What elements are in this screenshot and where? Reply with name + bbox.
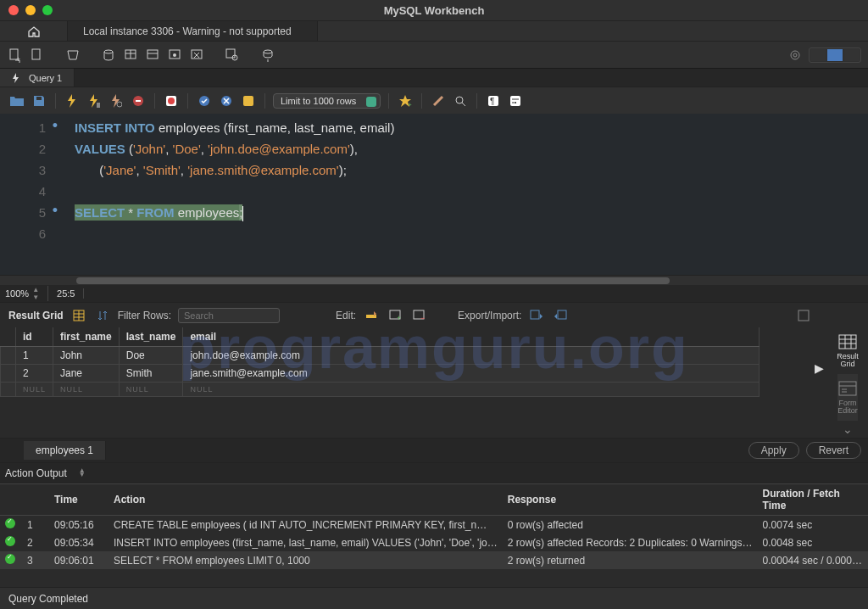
import-icon[interactable] — [552, 307, 569, 324]
rollback-icon[interactable] — [218, 92, 235, 109]
svg-point-13 — [793, 53, 797, 57]
svg-text:¶: ¶ — [490, 97, 494, 106]
svg-rect-39 — [839, 382, 856, 395]
action-row[interactable]: 209:05:34INSERT INTO employees (first_na… — [0, 534, 868, 551]
favorite-icon[interactable]: + — [397, 92, 414, 109]
limit-rows-select[interactable]: Limit to 1000 rows — [273, 93, 381, 109]
wrap-cell-icon[interactable] — [795, 307, 812, 324]
find-icon[interactable] — [452, 92, 469, 109]
table-row[interactable]: 2JaneSmithjane.smith@example.com — [1, 365, 760, 383]
create-schema-icon[interactable] — [100, 47, 117, 64]
toggle-invisible-icon[interactable]: ¶ — [485, 92, 502, 109]
cursor-position: 25:5 — [57, 288, 75, 299]
connection-tab-label: Local instance 3306 - Warning - not supp… — [83, 25, 292, 37]
line-number: 6 — [0, 223, 46, 244]
main-toolbar: + — [0, 41, 868, 68]
svg-rect-36 — [558, 310, 566, 319]
svg-rect-2 — [32, 49, 40, 59]
status-bar: Query Completed — [0, 587, 868, 609]
commit-icon[interactable] — [196, 92, 213, 109]
table-row[interactable]: 1JohnDoejohn.doe@example.com — [1, 347, 760, 365]
svg-point-11 — [264, 50, 272, 53]
svg-rect-5 — [147, 50, 158, 59]
svg-point-16 — [117, 102, 122, 107]
apply-button[interactable]: Apply — [748, 442, 799, 459]
settings-icon[interactable] — [787, 47, 804, 64]
svg-rect-9 — [226, 49, 235, 58]
edit-label: Edit: — [336, 310, 356, 321]
beautify-icon[interactable] — [430, 92, 447, 109]
maximize-window-icon[interactable] — [42, 5, 53, 15]
action-output-label: Action Output — [5, 467, 67, 479]
svg-rect-8 — [192, 50, 202, 59]
toggle-output-icon[interactable] — [827, 49, 843, 61]
result-grid-view-button[interactable]: Result Grid — [837, 327, 859, 374]
code-area[interactable]: INSERT INTO employees (first_name, last_… — [56, 114, 394, 275]
line-number: 4 — [0, 181, 46, 202]
sort-icon[interactable] — [94, 307, 111, 324]
svg-point-7 — [173, 53, 176, 57]
delete-row-icon[interactable]: − — [410, 307, 427, 324]
column-header[interactable]: Time — [49, 484, 108, 516]
form-editor-view-button[interactable]: Form Editor — [837, 374, 858, 421]
explain-icon[interactable] — [108, 92, 125, 109]
create-table-icon[interactable] — [122, 47, 139, 64]
execute-current-icon[interactable] — [86, 92, 103, 109]
open-file-icon[interactable] — [8, 92, 25, 109]
home-tab[interactable] — [0, 21, 68, 41]
result-tab[interactable]: employees 1 — [24, 441, 106, 460]
column-header[interactable]: Action — [108, 484, 503, 516]
column-header — [22, 484, 49, 516]
panel-toggles — [809, 47, 861, 63]
svg-rect-37 — [798, 310, 809, 321]
filter-rows-input[interactable] — [178, 308, 280, 323]
column-header[interactable]: Response — [503, 484, 758, 516]
column-header[interactable]: last_name — [119, 327, 183, 347]
reconnect-icon[interactable] — [259, 47, 276, 64]
result-grid[interactable]: id first_name last_name email 1JohnDoejo… — [0, 327, 760, 397]
sql-editor[interactable]: 1 2 3 4 5 6 INSERT INTO employees (first… — [0, 114, 868, 275]
line-number: 1 — [0, 117, 46, 138]
new-sql-tab-icon[interactable]: + — [7, 47, 24, 64]
create-view-icon[interactable] — [144, 47, 161, 64]
filter-label: Filter Rows: — [118, 310, 171, 321]
close-window-icon[interactable] — [8, 5, 19, 15]
column-header[interactable]: email — [183, 327, 760, 347]
revert-button[interactable]: Revert — [806, 442, 861, 459]
chevron-down-icon[interactable]: ⌄ — [841, 421, 854, 438]
autocommit-icon[interactable] — [240, 92, 257, 109]
save-file-icon[interactable] — [31, 92, 47, 109]
toggle-sidebar-icon[interactable] — [810, 49, 826, 61]
svg-point-12 — [791, 51, 799, 59]
add-row-icon[interactable]: + — [387, 307, 403, 324]
create-procedure-icon[interactable] — [166, 47, 183, 64]
toggle-secondary-icon[interactable] — [844, 49, 860, 61]
action-row[interactable]: 109:05:16CREATE TABLE employees ( id INT… — [0, 516, 868, 534]
column-header[interactable]: Duration / Fetch Time — [758, 484, 868, 516]
editor-hscroll[interactable] — [0, 275, 868, 285]
column-header[interactable]: first_name — [53, 327, 120, 347]
column-header[interactable]: id — [16, 327, 53, 347]
action-row[interactable]: 309:06:01SELECT * FROM employees LIMIT 0… — [0, 551, 868, 569]
stop-icon[interactable] — [130, 92, 147, 109]
create-function-icon[interactable] — [188, 47, 205, 64]
svg-rect-14 — [36, 97, 42, 100]
no-limit-icon[interactable] — [163, 92, 180, 109]
wrap-icon[interactable] — [507, 92, 524, 109]
svg-rect-35 — [531, 310, 539, 319]
grid-view-icon[interactable] — [70, 307, 87, 324]
query-tab[interactable]: Query 1 — [0, 69, 75, 87]
export-icon[interactable] — [528, 307, 545, 324]
edit-row-icon[interactable] — [363, 307, 380, 324]
svg-text:+: + — [397, 314, 401, 321]
execute-icon[interactable] — [64, 92, 81, 109]
table-null-row[interactable]: NULLNULLNULLNULL — [1, 383, 760, 397]
minimize-window-icon[interactable] — [25, 5, 36, 15]
chevron-up-down-icon[interactable]: ▲▼ — [32, 286, 39, 301]
connection-tab[interactable]: Local instance 3306 - Warning - not supp… — [68, 21, 318, 41]
expand-arrow-icon[interactable]: ▶ — [815, 361, 824, 375]
open-sql-icon[interactable] — [29, 47, 46, 64]
search-table-icon[interactable] — [224, 47, 241, 64]
inspector-icon[interactable] — [64, 47, 81, 64]
chevron-up-down-icon[interactable]: ▲▼ — [79, 469, 86, 478]
